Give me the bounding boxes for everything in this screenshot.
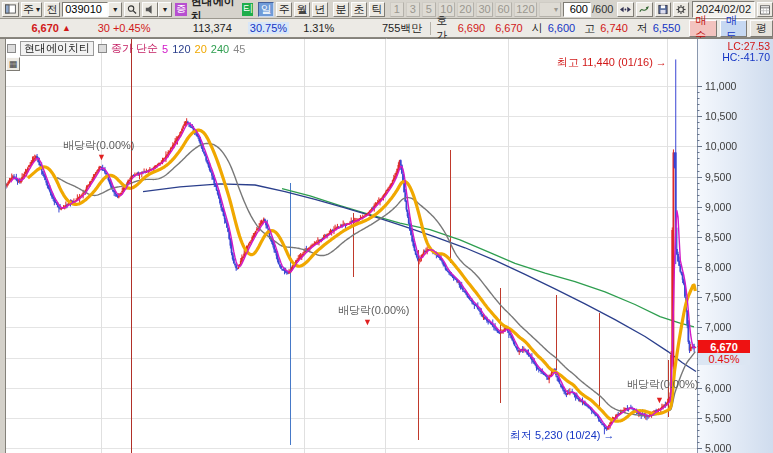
trend-icon — [639, 4, 650, 15]
tab-period-year[interactable]: 년 — [312, 2, 328, 17]
tab-period-week[interactable]: 주 — [276, 2, 292, 17]
scroll-arrows-button[interactable] — [617, 2, 634, 17]
ask-price: 6,690 — [458, 22, 486, 34]
bar-total-label: /600 — [592, 3, 613, 15]
period-type-label: 주 — [23, 2, 34, 17]
tab-period-day[interactable]: 일 — [258, 2, 274, 17]
settings-button[interactable] — [673, 2, 689, 17]
divider — [430, 22, 431, 35]
current-price: 6,670 — [24, 22, 59, 34]
sound-button[interactable] — [142, 2, 158, 17]
chevron-down-icon: ▾ — [36, 5, 40, 14]
search-button[interactable] — [124, 2, 140, 17]
interval-combo[interactable]: ▾ — [539, 2, 561, 17]
grid-toggle-button[interactable]: ▦ — [6, 57, 20, 71]
up-arrow-icon: ▲ — [62, 23, 71, 33]
tab-period-month[interactable]: 월 — [294, 2, 310, 17]
volume: 113,374 — [189, 22, 232, 34]
bid-price: 6,670 — [495, 22, 523, 34]
stock-name-tail-badge: 티 — [242, 3, 253, 16]
avg-price-button[interactable]: 평 — [750, 20, 773, 37]
stock-code-dropdown[interactable]: ▾ — [108, 2, 122, 17]
low-price: 6,550 — [653, 22, 681, 34]
price-change: 30 — [71, 22, 110, 34]
calendar-icon — [760, 4, 770, 15]
turnover-pct: 30.75% — [248, 22, 289, 34]
chart-toolbar: 주▾ 전 ▾ ▾ 증 현대에이치 티 일 주 월 년 분 초 틱 1 3 5 1… — [0, 0, 773, 19]
gear-icon — [676, 4, 686, 15]
buy-button[interactable]: 매수 — [689, 20, 716, 37]
save-button[interactable] — [655, 2, 671, 17]
calendar-button[interactable] — [757, 2, 773, 17]
interval-1-button[interactable]: 1 — [390, 2, 404, 17]
trade-value: 755백만 — [380, 21, 422, 36]
open-price: 6,600 — [548, 22, 576, 34]
tab-period-second[interactable]: 초 — [351, 2, 367, 17]
interval-60-button[interactable]: 60 — [495, 2, 512, 17]
legend-stock-name[interactable]: 현대에이치티 — [20, 41, 94, 56]
search-icon — [127, 4, 137, 15]
stock-code-input[interactable] — [62, 2, 108, 17]
bar-count-input[interactable] — [563, 2, 591, 17]
low-label: 저 — [637, 21, 648, 36]
quote-bar: 6,670 ▲ 30 +0.45% 113,374 30.75% 1.31% 7… — [0, 19, 773, 38]
interval-30-button[interactable]: 30 — [476, 2, 493, 17]
floppy-disk-icon — [658, 4, 668, 15]
interval-120-button[interactable]: 120 — [514, 2, 537, 17]
price-change-pct: +0.45% — [110, 22, 151, 34]
tab-period-minute[interactable]: 분 — [333, 2, 349, 17]
high-label: 고 — [584, 21, 595, 36]
high-price: 6,740 — [600, 22, 628, 34]
interval-5-button[interactable]: 5 — [422, 2, 436, 17]
interval-20-button[interactable]: 20 — [457, 2, 474, 17]
window-layout-icon[interactable] — [2, 2, 19, 17]
tab-period-tick[interactable]: 틱 — [369, 2, 385, 17]
volume-ratio: 1.31% — [303, 22, 334, 34]
period-type-button[interactable]: 주▾ — [21, 2, 42, 17]
price-chart-canvas[interactable] — [0, 38, 773, 453]
sound-dropdown[interactable]: ▾ — [158, 2, 172, 17]
move-arrows-icon — [620, 4, 631, 15]
speaker-icon — [145, 4, 155, 15]
interval-3-button[interactable]: 3 — [406, 2, 420, 17]
trendline-button[interactable] — [636, 2, 653, 17]
open-label: 시 — [532, 21, 543, 36]
stock-name: 현대에이치 — [189, 2, 243, 17]
jeung-badge: 증 — [175, 3, 187, 16]
prev-stock-button[interactable]: 전 — [44, 2, 60, 17]
sell-button[interactable]: 매도 — [720, 20, 747, 37]
